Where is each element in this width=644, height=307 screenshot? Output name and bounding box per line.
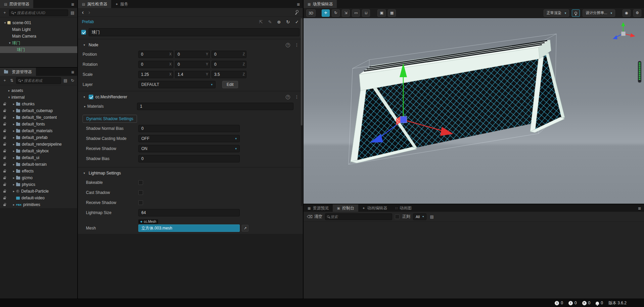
node-section-header[interactable]: ▾ Node ? ⋮ bbox=[78, 41, 303, 49]
assets-menu-icon[interactable]: ≡ bbox=[71, 69, 74, 75]
hierarchy-tree-row[interactable]: ▾scene-001 bbox=[0, 19, 77, 26]
expand-arrow-icon[interactable]: ▸ bbox=[11, 102, 16, 106]
open-prefab-asset-button[interactable]: ⇱ bbox=[259, 19, 263, 24]
tab-assets[interactable]: 资源管理器 bbox=[0, 68, 36, 76]
dynamic-shadow-settings-tab[interactable]: Dynamic Shadow Settings bbox=[83, 115, 137, 123]
help-icon[interactable]: ? bbox=[286, 43, 290, 47]
expand-arrow-icon[interactable]: ▸ bbox=[11, 109, 16, 112]
expand-arrow-icon[interactable]: ▸ bbox=[11, 183, 16, 186]
inspector-scrollbar[interactable] bbox=[301, 18, 303, 206]
collapse-arrow-icon[interactable]: ▾ bbox=[82, 95, 87, 99]
expand-arrow-icon[interactable]: ▸ bbox=[11, 190, 16, 193]
node-menu-icon[interactable]: ⋮ bbox=[295, 43, 299, 47]
move-tool-button[interactable]: ✛ bbox=[322, 9, 330, 17]
shadow-bias-field[interactable]: 0 bbox=[138, 155, 240, 162]
history-forward-button[interactable]: › bbox=[88, 10, 90, 15]
position-x-input[interactable] bbox=[138, 51, 173, 58]
tab-console[interactable]: ▣ 控制台 bbox=[333, 204, 358, 212]
hierarchy-menu-icon[interactable]: ≡ bbox=[71, 1, 74, 7]
regex-checkbox[interactable] bbox=[395, 214, 400, 219]
coords-toggle-button[interactable]: ▦ bbox=[388, 9, 396, 17]
console-clear-button[interactable]: ⌫ 清空 bbox=[307, 214, 322, 219]
collapse-arrow-icon[interactable]: ▾ bbox=[82, 171, 87, 175]
expand-arrow-icon[interactable]: ▸ bbox=[83, 105, 87, 108]
lightmap-section-header[interactable]: ▾ Lightmap Settings bbox=[78, 169, 303, 177]
capture-button[interactable]: ◉ bbox=[623, 9, 631, 17]
locate-prefab-asset-button[interactable]: ⊕ bbox=[277, 19, 281, 24]
asset-tree-row[interactable]: ▸chunks bbox=[0, 101, 77, 107]
tab-animation-graph[interactable]: ∷ 动画图 bbox=[391, 204, 415, 212]
expand-arrow-icon[interactable]: ▸ bbox=[11, 136, 16, 139]
restore-prefab-button[interactable]: ↻ bbox=[286, 19, 290, 24]
asset-tree-row[interactable]: ▸default_renderpipeline bbox=[0, 141, 77, 148]
pivot-toggle-button[interactable]: ▣ bbox=[377, 9, 385, 17]
scale-z-input[interactable] bbox=[212, 71, 246, 78]
scale-tool-button[interactable]: ⇲ bbox=[342, 9, 350, 17]
resolution-select[interactable]: 设计分辨率... ▾ bbox=[583, 9, 615, 17]
lighting-toggle-button[interactable] bbox=[572, 9, 580, 17]
search-filter-caret-icon[interactable]: ▾ bbox=[21, 79, 23, 82]
expand-arrow-icon[interactable]: ▸ bbox=[11, 163, 16, 166]
asset-tree-row[interactable]: ▸default_materials bbox=[0, 127, 77, 134]
apply-prefab-button[interactable]: ✓ bbox=[295, 19, 299, 24]
notification-count[interactable]: 0 bbox=[596, 301, 603, 305]
tab-services[interactable]: ✦ 服务 bbox=[111, 0, 132, 8]
hierarchy-tree-row[interactable]: Main Light bbox=[0, 26, 77, 33]
mesh-asset-field[interactable]: 立方体.003.mesh bbox=[138, 224, 240, 232]
position-y-input[interactable] bbox=[175, 51, 210, 58]
asset-tree-row[interactable]: ▸Default-Particle bbox=[0, 188, 77, 195]
scene-settings-button[interactable]: ⚙ bbox=[633, 9, 641, 17]
edit-prefab-button[interactable]: ✎ bbox=[268, 19, 272, 24]
rotation-x-input[interactable] bbox=[138, 61, 173, 68]
node-active-checkbox[interactable] bbox=[81, 30, 86, 35]
asset-tree-row[interactable]: ▸physics bbox=[0, 181, 77, 188]
scale-x-input[interactable] bbox=[138, 71, 173, 78]
expand-arrow-icon[interactable]: ▸ bbox=[11, 203, 16, 206]
console-menu-icon[interactable]: ≡ bbox=[638, 205, 641, 211]
mode-3d-button[interactable]: 3D bbox=[306, 9, 316, 17]
asset-tree-row[interactable]: ▸effects bbox=[0, 168, 77, 174]
asset-tree-row[interactable]: ▸default_fonts bbox=[0, 121, 77, 127]
asset-tree-row[interactable]: default-video bbox=[0, 195, 77, 201]
tab-inspector[interactable]: ▤ 属性检查器 bbox=[78, 0, 111, 8]
log-count[interactable]: ! 0 bbox=[568, 301, 577, 305]
assets-list-view-button[interactable]: ▤ bbox=[63, 78, 68, 83]
expand-arrow-icon[interactable]: ▸ bbox=[7, 89, 11, 92]
cast-shadow-checkbox[interactable] bbox=[138, 190, 143, 195]
asset-tree-row[interactable]: ▸default_skybox bbox=[0, 148, 77, 154]
create-asset-button[interactable]: + bbox=[2, 78, 7, 83]
hierarchy-list-view-button[interactable]: ▤ bbox=[70, 10, 75, 15]
meshrenderer-enabled-checkbox[interactable] bbox=[89, 95, 93, 99]
console-search-input[interactable] bbox=[330, 215, 390, 219]
expand-arrow-icon[interactable]: ▸ bbox=[11, 149, 16, 153]
rotate-tool-button[interactable]: ↻ bbox=[332, 9, 340, 17]
asset-tree-row[interactable]: ▸FBXprimitives bbox=[0, 201, 77, 208]
pin-icon[interactable] bbox=[295, 10, 299, 15]
asset-tree-row[interactable]: ▸default_prefab bbox=[0, 134, 77, 141]
tab-scene-editor[interactable]: ▦ 场景编辑器 bbox=[304, 0, 337, 8]
rotation-z-input[interactable] bbox=[212, 61, 246, 68]
asset-tree-row[interactable]: ▸default_ui bbox=[0, 154, 77, 161]
rect-tool-button[interactable]: ▭ bbox=[352, 9, 360, 17]
collapse-arrow-icon[interactable]: ▾ bbox=[82, 43, 87, 47]
meshrenderer-menu-icon[interactable]: ⋮ bbox=[295, 95, 299, 99]
asset-tree-row[interactable]: ▸assets bbox=[0, 87, 77, 94]
asset-tree-row[interactable]: ▸default-terrain bbox=[0, 161, 77, 168]
asset-tree-row[interactable]: ▸gizmo bbox=[0, 174, 77, 181]
receive-shadow-select[interactable]: ON ▾ bbox=[138, 145, 240, 152]
scale-y-input[interactable] bbox=[175, 71, 210, 78]
rotation-y-input[interactable] bbox=[175, 61, 210, 68]
hierarchy-tree-row[interactable]: 球门 bbox=[0, 46, 77, 53]
error-count[interactable]: ✕ 0 bbox=[582, 301, 591, 305]
log-filter-select[interactable]: All ▾ bbox=[413, 213, 426, 220]
tab-animation-editor[interactable]: ✦ 动画编辑器 bbox=[358, 204, 391, 212]
asset-tree-row[interactable]: ▸default_file_content bbox=[0, 114, 77, 121]
tab-asset-preview[interactable]: ▦ 资源预览 bbox=[304, 204, 333, 212]
log-detail-toggle-button[interactable]: ▤ bbox=[429, 214, 434, 219]
lightmap-size-field[interactable]: 64 bbox=[138, 209, 240, 216]
assets-search[interactable]: ▾ bbox=[16, 77, 61, 84]
shadow-casting-mode-select[interactable]: OFF ▾ bbox=[138, 135, 240, 142]
materials-count-field[interactable]: 1 bbox=[137, 103, 293, 110]
layer-select[interactable]: DEFAULT ▾ bbox=[138, 81, 216, 88]
search-filter-caret-icon[interactable]: ▾ bbox=[14, 11, 16, 14]
